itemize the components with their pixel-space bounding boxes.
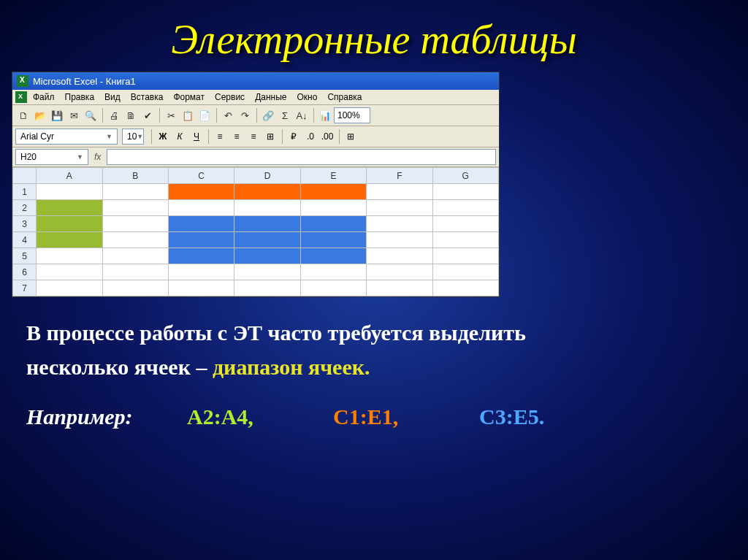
cell[interactable]	[300, 200, 366, 216]
cell[interactable]	[367, 200, 432, 216]
row-header[interactable]: 3	[13, 216, 37, 232]
italic-button[interactable]: К	[172, 129, 188, 145]
row-header[interactable]: 2	[13, 200, 37, 216]
cell[interactable]	[234, 248, 300, 264]
menu-item[interactable]: Окно	[297, 92, 317, 102]
cell[interactable]	[168, 280, 234, 296]
sort-asc-icon[interactable]: A↓	[294, 107, 310, 123]
cell[interactable]	[37, 184, 102, 200]
cell[interactable]	[102, 248, 168, 264]
align-right-icon[interactable]: ≡	[245, 129, 262, 145]
select-all-corner[interactable]	[13, 168, 37, 184]
borders-icon[interactable]: ⊞	[343, 129, 359, 145]
cell[interactable]	[37, 248, 102, 264]
cell[interactable]	[432, 184, 498, 200]
chart-icon[interactable]: 📊	[317, 107, 333, 123]
cut-icon[interactable]: ✂	[163, 107, 179, 123]
cell[interactable]	[367, 280, 432, 296]
align-left-icon[interactable]: ≡	[212, 129, 228, 145]
formula-input[interactable]	[107, 149, 496, 165]
row-header[interactable]: 4	[13, 232, 37, 248]
currency-icon[interactable]: ₽	[286, 129, 302, 145]
cell[interactable]	[168, 232, 234, 248]
hyperlink-icon[interactable]: 🔗	[260, 107, 276, 123]
cell[interactable]	[300, 248, 366, 264]
cell[interactable]	[432, 200, 498, 216]
cell[interactable]	[37, 264, 102, 280]
underline-button[interactable]: Ч	[188, 129, 205, 145]
menu-item[interactable]: Сервис	[215, 92, 245, 102]
row-header[interactable]: 5	[13, 248, 37, 264]
bold-button[interactable]: Ж	[155, 129, 171, 145]
cell[interactable]	[102, 200, 168, 216]
font-selector[interactable]: Arial Cyr ▼	[15, 129, 118, 145]
cell[interactable]	[37, 232, 102, 248]
cell[interactable]	[432, 280, 498, 296]
cell[interactable]	[367, 216, 432, 232]
cell[interactable]	[432, 264, 498, 280]
cell[interactable]	[168, 248, 234, 264]
cell[interactable]	[234, 264, 300, 280]
menu-item[interactable]: Вставка	[131, 92, 164, 102]
redo-icon[interactable]: ↷	[237, 107, 253, 123]
cell[interactable]	[300, 232, 366, 248]
cell[interactable]	[432, 216, 498, 232]
merge-icon[interactable]: ⊞	[262, 129, 278, 145]
col-header[interactable]: C	[168, 168, 234, 184]
cell[interactable]	[300, 264, 366, 280]
align-center-icon[interactable]: ≡	[229, 129, 245, 145]
paste-icon[interactable]: 📄	[196, 107, 213, 123]
cell[interactable]	[234, 280, 300, 296]
cell[interactable]	[102, 232, 168, 248]
open-file-icon[interactable]: 📂	[32, 107, 48, 123]
cell[interactable]	[234, 200, 300, 216]
menu-item[interactable]: Файл	[33, 92, 55, 102]
decimal-inc-icon[interactable]: .0	[302, 129, 318, 145]
cell[interactable]	[37, 200, 102, 216]
cell[interactable]	[432, 248, 498, 264]
font-size-selector[interactable]: 10 ▼	[122, 129, 144, 145]
zoom-selector[interactable]: 100%	[334, 107, 370, 123]
fx-icon[interactable]: fx	[94, 152, 101, 162]
row-header[interactable]: 7	[13, 280, 37, 296]
cell[interactable]	[168, 264, 234, 280]
print-preview-icon[interactable]: 🗎	[123, 107, 139, 123]
undo-icon[interactable]: ↶	[220, 107, 236, 123]
menu-item[interactable]: Формат	[173, 92, 205, 102]
cell[interactable]	[367, 248, 432, 264]
spreadsheet-grid[interactable]: A B C D E F G 1234567	[12, 167, 499, 296]
cell[interactable]	[300, 184, 366, 200]
cell[interactable]	[300, 216, 366, 232]
cell[interactable]	[102, 264, 168, 280]
col-header[interactable]: D	[234, 168, 300, 184]
col-header[interactable]: A	[37, 168, 102, 184]
cell[interactable]	[168, 200, 234, 216]
cell[interactable]	[367, 184, 432, 200]
print-icon[interactable]: 🖨	[106, 107, 122, 123]
col-header[interactable]: F	[367, 168, 432, 184]
cell[interactable]	[234, 216, 300, 232]
cell[interactable]	[234, 184, 300, 200]
col-header[interactable]: E	[300, 168, 366, 184]
search-icon[interactable]: 🔍	[83, 107, 99, 123]
cell[interactable]	[234, 232, 300, 248]
menu-item[interactable]: Вид	[104, 92, 121, 102]
email-icon[interactable]: ✉	[66, 107, 82, 123]
cell[interactable]	[37, 280, 102, 296]
cell[interactable]	[102, 216, 168, 232]
new-file-icon[interactable]: 🗋	[15, 107, 31, 123]
cell[interactable]	[367, 264, 432, 280]
cell[interactable]	[168, 184, 234, 200]
cell[interactable]	[300, 280, 366, 296]
autosum-icon[interactable]: Σ	[277, 107, 293, 123]
cell[interactable]	[37, 216, 102, 232]
cell[interactable]	[168, 216, 234, 232]
save-icon[interactable]: 💾	[49, 107, 65, 123]
col-header[interactable]: G	[432, 168, 498, 184]
menu-item[interactable]: Данные	[255, 92, 286, 102]
cell[interactable]	[432, 232, 498, 248]
name-box[interactable]: H20 ▼	[15, 149, 88, 165]
cell[interactable]	[102, 280, 168, 296]
cell[interactable]	[102, 184, 168, 200]
row-header[interactable]: 1	[13, 184, 37, 200]
